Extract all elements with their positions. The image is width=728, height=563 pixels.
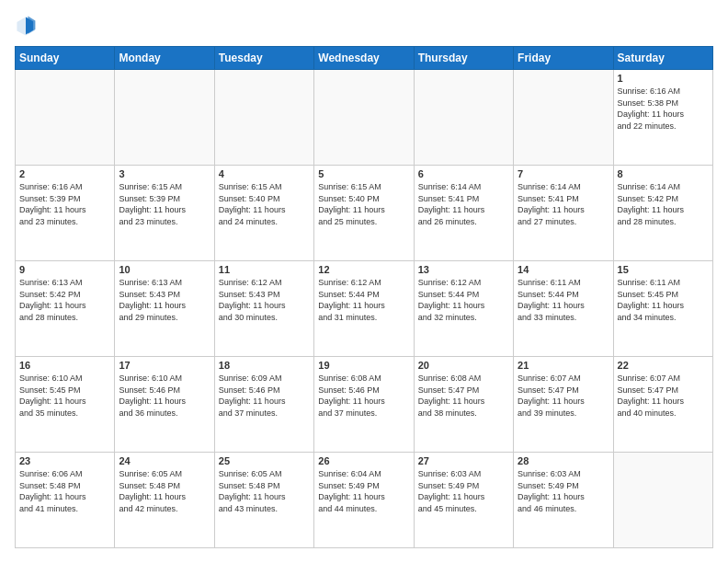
day-number: 1 [618,73,709,84]
calendar-day-cell: 19Sunrise: 6:08 AMSunset: 5:46 PMDayligh… [314,357,414,453]
calendar-day-cell [16,70,115,166]
day-info: Sunrise: 6:16 AMSunset: 5:39 PMDaylight:… [19,181,110,227]
calendar-day-cell [514,70,613,166]
calendar-day-cell: 4Sunrise: 6:15 AMSunset: 5:40 PMDaylight… [214,166,313,261]
calendar-week-row: 9Sunrise: 6:13 AMSunset: 5:42 PMDaylight… [16,261,713,357]
day-number: 14 [518,264,609,275]
day-number: 8 [618,168,709,179]
day-number: 6 [418,168,509,179]
calendar-day-cell: 24Sunrise: 6:05 AMSunset: 5:48 PMDayligh… [115,453,214,548]
day-number: 9 [19,264,110,275]
day-info: Sunrise: 6:03 AMSunset: 5:49 PMDaylight:… [418,468,509,514]
day-info: Sunrise: 6:14 AMSunset: 5:41 PMDaylight:… [418,181,509,227]
calendar-body: 1Sunrise: 6:16 AMSunset: 5:38 PMDaylight… [16,70,713,548]
calendar-day-cell: 7Sunrise: 6:14 AMSunset: 5:41 PMDaylight… [514,166,613,261]
day-info: Sunrise: 6:12 AMSunset: 5:43 PMDaylight:… [219,277,310,323]
calendar-day-cell [613,453,712,548]
day-info: Sunrise: 6:12 AMSunset: 5:44 PMDaylight:… [318,277,409,323]
day-info: Sunrise: 6:05 AMSunset: 5:48 PMDaylight:… [219,468,310,514]
calendar-day-cell: 5Sunrise: 6:15 AMSunset: 5:40 PMDaylight… [314,166,414,261]
day-info: Sunrise: 6:08 AMSunset: 5:46 PMDaylight:… [318,373,409,419]
day-number: 28 [518,455,609,466]
day-number: 2 [19,168,110,179]
day-info: Sunrise: 6:15 AMSunset: 5:39 PMDaylight:… [119,181,210,227]
day-info: Sunrise: 6:11 AMSunset: 5:45 PMDaylight:… [618,277,709,323]
calendar-day-cell: 6Sunrise: 6:14 AMSunset: 5:41 PMDaylight… [414,166,513,261]
day-number: 22 [618,360,709,371]
day-info: Sunrise: 6:05 AMSunset: 5:48 PMDaylight:… [119,468,210,514]
day-number: 19 [318,360,409,371]
day-number: 27 [418,455,509,466]
calendar-day-cell: 3Sunrise: 6:15 AMSunset: 5:39 PMDaylight… [115,166,214,261]
day-info: Sunrise: 6:04 AMSunset: 5:49 PMDaylight:… [318,468,409,514]
day-info: Sunrise: 6:15 AMSunset: 5:40 PMDaylight:… [318,181,409,227]
calendar-day-cell: 23Sunrise: 6:06 AMSunset: 5:48 PMDayligh… [16,453,115,548]
calendar-week-row: 23Sunrise: 6:06 AMSunset: 5:48 PMDayligh… [16,453,713,548]
day-info: Sunrise: 6:06 AMSunset: 5:48 PMDaylight:… [19,468,110,514]
calendar-day-cell: 2Sunrise: 6:16 AMSunset: 5:39 PMDaylight… [16,166,115,261]
day-number: 24 [119,455,210,466]
weekday-row: SundayMondayTuesdayWednesdayThursdayFrid… [16,47,713,70]
weekday-header: Friday [514,47,613,70]
calendar-day-cell: 17Sunrise: 6:10 AMSunset: 5:46 PMDayligh… [115,357,214,453]
calendar-day-cell: 13Sunrise: 6:12 AMSunset: 5:44 PMDayligh… [414,261,513,357]
day-info: Sunrise: 6:14 AMSunset: 5:41 PMDaylight:… [518,181,609,227]
calendar-day-cell: 14Sunrise: 6:11 AMSunset: 5:44 PMDayligh… [514,261,613,357]
calendar-day-cell: 1Sunrise: 6:16 AMSunset: 5:38 PMDaylight… [613,70,712,166]
calendar-day-cell: 25Sunrise: 6:05 AMSunset: 5:48 PMDayligh… [214,453,313,548]
day-number: 4 [219,168,310,179]
weekday-header: Monday [115,47,214,70]
calendar-day-cell: 9Sunrise: 6:13 AMSunset: 5:42 PMDaylight… [16,261,115,357]
day-number: 16 [19,360,110,371]
day-info: Sunrise: 6:09 AMSunset: 5:46 PMDaylight:… [219,373,310,419]
day-info: Sunrise: 6:13 AMSunset: 5:43 PMDaylight:… [119,277,210,323]
day-number: 7 [518,168,609,179]
day-number: 26 [318,455,409,466]
calendar-table: SundayMondayTuesdayWednesdayThursdayFrid… [15,46,713,548]
day-info: Sunrise: 6:11 AMSunset: 5:44 PMDaylight:… [518,277,609,323]
calendar-day-cell: 15Sunrise: 6:11 AMSunset: 5:45 PMDayligh… [613,261,712,357]
calendar-day-cell [115,70,214,166]
day-info: Sunrise: 6:08 AMSunset: 5:47 PMDaylight:… [418,373,509,419]
calendar-day-cell [214,70,313,166]
calendar-day-cell: 10Sunrise: 6:13 AMSunset: 5:43 PMDayligh… [115,261,214,357]
calendar-day-cell: 28Sunrise: 6:03 AMSunset: 5:49 PMDayligh… [514,453,613,548]
day-number: 12 [318,264,409,275]
calendar-day-cell: 27Sunrise: 6:03 AMSunset: 5:49 PMDayligh… [414,453,513,548]
calendar-day-cell: 11Sunrise: 6:12 AMSunset: 5:43 PMDayligh… [214,261,313,357]
day-number: 5 [318,168,409,179]
calendar-day-cell: 16Sunrise: 6:10 AMSunset: 5:45 PMDayligh… [16,357,115,453]
weekday-header: Tuesday [214,47,313,70]
day-info: Sunrise: 6:14 AMSunset: 5:42 PMDaylight:… [618,181,709,227]
day-number: 20 [418,360,509,371]
day-info: Sunrise: 6:16 AMSunset: 5:38 PMDaylight:… [618,86,709,132]
day-info: Sunrise: 6:10 AMSunset: 5:45 PMDaylight:… [19,373,110,419]
day-info: Sunrise: 6:07 AMSunset: 5:47 PMDaylight:… [518,373,609,419]
day-number: 3 [119,168,210,179]
day-number: 25 [219,455,310,466]
day-number: 10 [119,264,210,275]
day-info: Sunrise: 6:10 AMSunset: 5:46 PMDaylight:… [119,373,210,419]
day-info: Sunrise: 6:12 AMSunset: 5:44 PMDaylight:… [418,277,509,323]
weekday-header: Sunday [16,47,115,70]
day-number: 17 [119,360,210,371]
calendar-day-cell [414,70,513,166]
day-number: 15 [618,264,709,275]
weekday-header: Saturday [613,47,712,70]
calendar-day-cell: 21Sunrise: 6:07 AMSunset: 5:47 PMDayligh… [514,357,613,453]
logo-icon [15,15,37,37]
calendar-day-cell: 20Sunrise: 6:08 AMSunset: 5:47 PMDayligh… [414,357,513,453]
weekday-header: Wednesday [314,47,414,70]
day-number: 13 [418,264,509,275]
day-number: 18 [219,360,310,371]
calendar-day-cell: 12Sunrise: 6:12 AMSunset: 5:44 PMDayligh… [314,261,414,357]
calendar-day-cell: 26Sunrise: 6:04 AMSunset: 5:49 PMDayligh… [314,453,414,548]
calendar-day-cell: 18Sunrise: 6:09 AMSunset: 5:46 PMDayligh… [214,357,313,453]
day-info: Sunrise: 6:03 AMSunset: 5:49 PMDaylight:… [518,468,609,514]
day-number: 21 [518,360,609,371]
day-info: Sunrise: 6:15 AMSunset: 5:40 PMDaylight:… [219,181,310,227]
calendar-day-cell [314,70,414,166]
page: SundayMondayTuesdayWednesdayThursdayFrid… [0,0,728,563]
calendar-week-row: 16Sunrise: 6:10 AMSunset: 5:45 PMDayligh… [16,357,713,453]
weekday-header: Thursday [414,47,513,70]
